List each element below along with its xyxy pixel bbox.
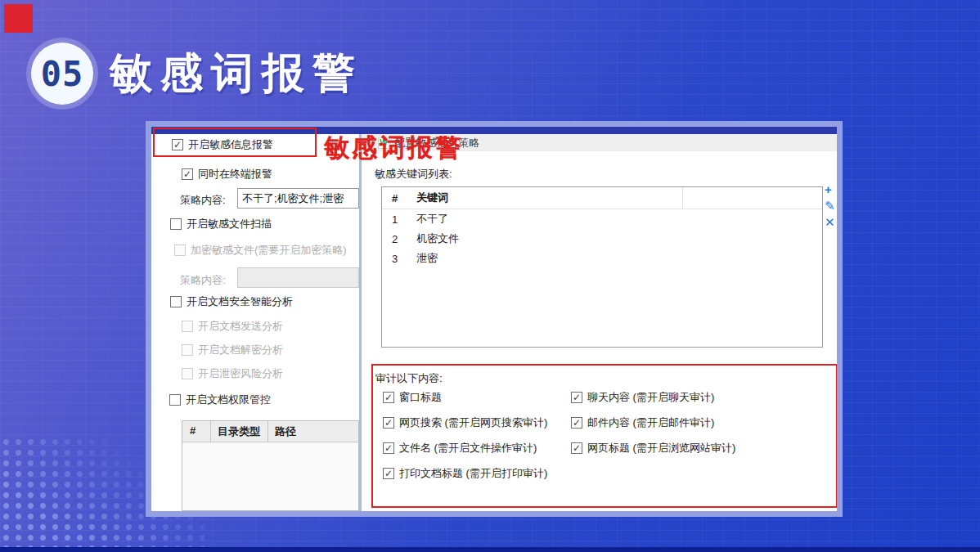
checkbox-encrypt-sensitive-file[interactable]: 加密敏感文件(需要开启加密策略) <box>174 243 347 258</box>
section-number: 05 <box>41 54 84 94</box>
checkbox-icon[interactable] <box>182 321 193 332</box>
directory-table-header: # 目录类型 路径 <box>182 421 358 442</box>
keyword-index: 2 <box>382 233 415 245</box>
checkbox-label: 开启敏感文件扫描 <box>187 217 272 231</box>
red-annotation-text: 敏感词报警 <box>324 131 463 165</box>
keyword-index: 1 <box>382 213 415 226</box>
keyword-index: 3 <box>382 253 415 265</box>
audit-checkbox[interactable]: ✓ 网页搜索 (需开启网页搜索审计) <box>383 415 547 430</box>
keyword-row[interactable]: 1 不干了 <box>382 209 822 229</box>
settings-dialog: ✓ 开启敏感信息报警 ✓ 同时在终端报警 策略内容: 不干了;机密文件;泄密 开… <box>146 121 843 517</box>
checkbox-icon[interactable] <box>182 368 193 379</box>
audit-checkbox[interactable]: ✓ 邮件内容 (需开启邮件审计) <box>571 415 735 430</box>
corner-accent-square <box>4 4 33 33</box>
audit-column-left: ✓ 窗口标题 ✓ 网页搜索 (需开启网页搜索审计) ✓ 文件名 (需 <box>383 390 547 481</box>
checkbox-icon[interactable] <box>182 344 193 356</box>
checkbox-icon[interactable]: ✓ <box>383 442 394 454</box>
audit-checkbox[interactable]: ✓ 聊天内容 (需开启聊天审计) <box>571 390 735 405</box>
keyword-table[interactable]: # 关键词 1 不干了 2 机密文件 <box>381 186 823 348</box>
checkbox-label: 网页搜索 (需开启网页搜索审计) <box>399 415 547 430</box>
slide-title: 敏感词报警 <box>110 45 363 102</box>
checkbox-label: 开启文档解密分析 <box>198 343 283 357</box>
keyword-text: 泄密 <box>415 251 822 266</box>
configure-sensitive-policy-window: W 配置敏感信息策略 敏感关键词列表: # 关键词 1 <box>359 134 837 511</box>
column-header-dir-type: 目录类型 <box>211 421 268 442</box>
keyword-row[interactable]: 2 机密文件 <box>382 229 822 249</box>
add-keyword-icon[interactable]: + <box>825 183 835 196</box>
policy-content-label: 策略内容: <box>180 193 226 208</box>
checkbox-leak-risk-analysis[interactable]: 开启泄密风险分析 <box>182 366 283 381</box>
checkbox-doc-send-analysis[interactable]: 开启文档发送分析 <box>182 319 283 334</box>
checkbox-icon[interactable]: ✓ <box>383 392 394 403</box>
keyword-text: 机密文件 <box>415 231 822 246</box>
checkbox-icon[interactable] <box>170 218 182 230</box>
dialog-inner: ✓ 开启敏感信息报警 ✓ 同时在终端报警 策略内容: 不干了;机密文件;泄密 开… <box>151 127 837 511</box>
checkbox-label: 开启文档发送分析 <box>198 319 283 334</box>
checkbox-icon[interactable]: ✓ <box>182 168 193 180</box>
column-header-keyword: 关键词 <box>415 191 822 205</box>
checkbox-label: 聊天内容 (需开启聊天审计) <box>587 390 714 405</box>
checkbox-icon[interactable]: ✓ <box>571 417 582 429</box>
policy-content-input[interactable]: 不干了;机密文件;泄密 <box>237 188 359 209</box>
checkbox-sensitive-file-scan[interactable]: 开启敏感文件扫描 <box>170 217 272 231</box>
checkbox-enable-sensitive-alert[interactable]: ✓ 开启敏感信息报警 <box>172 137 273 152</box>
audit-checkbox[interactable]: ✓ 网页标题 (需开启浏览网站审计) <box>571 441 735 456</box>
edit-keyword-icon[interactable]: ✎ <box>825 200 835 213</box>
checkbox-label: 邮件内容 (需开启邮件审计) <box>587 415 714 430</box>
checkbox-label: 打印文档标题 (需开启打印审计) <box>399 466 547 481</box>
audit-checkbox[interactable]: ✓ 打印文档标题 (需开启打印审计) <box>383 466 547 481</box>
checkbox-icon[interactable] <box>169 394 181 406</box>
checkbox-label: 文件名 (需开启文件操作审计) <box>399 441 537 456</box>
checkbox-terminal-alert[interactable]: ✓ 同时在终端报警 <box>182 167 272 182</box>
checkbox-label: 开启文档权限管控 <box>186 393 271 407</box>
column-header-path: 路径 <box>268 421 358 442</box>
slide-title-row: 05 敏感词报警 <box>31 43 363 105</box>
checkbox-icon[interactable] <box>170 296 182 307</box>
column-header-num: # <box>382 192 415 204</box>
checkbox-label: 网页标题 (需开启浏览网站审计) <box>587 441 735 456</box>
checkbox-doc-decrypt-analysis[interactable]: 开启文档解密分析 <box>182 343 283 357</box>
checkbox-icon[interactable]: ✓ <box>383 468 394 479</box>
checkbox-label: 开启敏感信息报警 <box>188 137 273 152</box>
checkbox-label: 开启泄密风险分析 <box>198 366 283 381</box>
keyword-list-label: 敏感关键词列表: <box>375 167 452 182</box>
column-header-num: # <box>182 421 211 442</box>
audit-checkbox[interactable]: ✓ 文件名 (需开启文件操作审计) <box>383 441 547 456</box>
column-divider <box>682 187 683 209</box>
checkbox-label: 开启文档安全智能分析 <box>187 294 293 309</box>
audit-section-label: 审计以下内容: <box>375 371 443 386</box>
policy-content2-input[interactable] <box>237 267 359 288</box>
checkbox-icon[interactable]: ✓ <box>571 442 582 454</box>
sensitive-policy-panel: ✓ 开启敏感信息报警 ✓ 同时在终端报警 策略内容: 不干了;机密文件;泄密 开… <box>151 134 359 511</box>
audit-column-right: ✓ 聊天内容 (需开启聊天审计) ✓ 邮件内容 (需开启邮件审计) ✓ <box>571 390 735 456</box>
keyword-table-header: # 关键词 <box>382 187 822 209</box>
checkbox-label: 加密敏感文件(需要开启加密策略) <box>191 243 347 258</box>
checkbox-icon[interactable]: ✓ <box>172 139 183 150</box>
audit-checkbox[interactable]: ✓ 窗口标题 <box>383 390 547 405</box>
keyword-toolbar: + ✎ ✕ <box>825 183 835 229</box>
policy-content2-label: 策略内容: <box>180 273 226 288</box>
keyword-rows: 1 不干了 2 机密文件 3 泄密 <box>382 209 822 268</box>
checkbox-label: 窗口标题 <box>399 390 442 405</box>
checkbox-icon[interactable]: ✓ <box>383 417 394 429</box>
checkbox-doc-permission-control[interactable]: 开启文档权限管控 <box>169 393 271 407</box>
delete-keyword-icon[interactable]: ✕ <box>825 216 835 229</box>
section-number-badge: 05 <box>31 43 93 105</box>
checkbox-icon[interactable]: ✓ <box>571 392 582 403</box>
keyword-text: 不干了 <box>415 212 822 227</box>
keyword-row[interactable]: 3 泄密 <box>382 249 822 268</box>
checkbox-icon[interactable] <box>174 245 186 256</box>
slide-background: 05 敏感词报警 敏感词报警 ✓ 开启敏感信息报警 ✓ 同时在终端报警 策略内容… <box>0 0 980 552</box>
checkbox-label: 同时在终端报警 <box>198 167 272 182</box>
checkbox-doc-ai-analysis[interactable]: 开启文档安全智能分析 <box>170 294 293 309</box>
audit-content-section: 审计以下内容: ✓ 窗口标题 ✓ 网页搜索 (需开启网页搜索审计) <box>371 364 837 508</box>
directory-table[interactable]: # 目录类型 路径 <box>182 420 359 511</box>
footer-bar <box>0 547 980 552</box>
